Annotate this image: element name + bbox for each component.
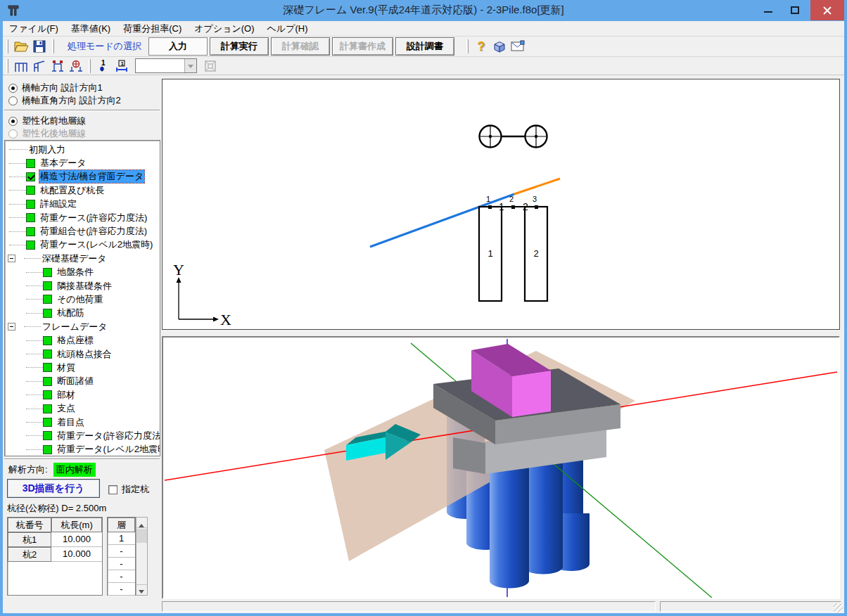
radio-label: 塑性化後地層線: [22, 127, 86, 140]
pile-table-header[interactable]: 杭番号: [8, 518, 51, 532]
radio-icon: [8, 84, 18, 93]
collapse-icon[interactable]: [8, 323, 15, 331]
radio-label: 塑性化前地層線: [22, 115, 86, 127]
tree-item[interactable]: 基本データ: [5, 156, 160, 169]
member-number: 2: [523, 201, 528, 212]
member-number-icon: 1: [114, 58, 129, 74]
help-button[interactable]: ?: [472, 38, 490, 55]
item-status-icon: [43, 268, 52, 277]
minimize-button[interactable]: [757, 0, 779, 20]
pile-center-dot: [535, 135, 537, 138]
pile-number: 1: [488, 248, 492, 259]
tree-item-selected[interactable]: 構造寸法/橋台背面データ: [5, 170, 160, 184]
report-mail-button[interactable]: [509, 38, 527, 55]
close-button[interactable]: [810, 0, 844, 20]
radio-layer-before[interactable]: 塑性化前地層線: [8, 115, 86, 127]
menu-file[interactable]: ファイル(F): [3, 21, 65, 37]
mode-calc-check-button: 計算確認: [271, 37, 330, 56]
layer-cell[interactable]: -: [108, 545, 135, 558]
maximize-button[interactable]: [784, 0, 806, 20]
tree-item[interactable]: 杭配置及び杭長: [5, 184, 160, 197]
tree-group[interactable]: 深礎基礎データ: [5, 252, 160, 265]
pile-table-header[interactable]: 杭長(m): [51, 518, 102, 532]
pile-node-view-button[interactable]: [49, 58, 67, 75]
menu-help[interactable]: ヘルプ(H): [261, 21, 314, 37]
tree-item[interactable]: 断面諸値: [5, 375, 160, 388]
item-status-icon: [26, 159, 35, 168]
tree-item[interactable]: 荷重データ(許容応力度法): [5, 429, 160, 442]
tree-item[interactable]: 材質: [5, 361, 160, 374]
collapse-icon[interactable]: [8, 255, 15, 262]
scroll-thumb[interactable]: [136, 529, 147, 543]
frame-side-view-button[interactable]: [30, 58, 49, 75]
toolbar-grip: [89, 59, 91, 73]
analysis-value-badge: 面内解析: [53, 463, 96, 477]
pile-center-dot: [489, 135, 492, 138]
load-view-button[interactable]: [67, 58, 85, 75]
node-number-toggle[interactable]: 1: [94, 58, 113, 75]
3d-cube-icon: [492, 39, 507, 54]
menubar: ファイル(F) 基準値(K) 荷重分担率(C) オプション(O) ヘルプ(H): [3, 21, 844, 37]
node-marker: [488, 205, 492, 209]
scale-combobox[interactable]: [135, 58, 197, 73]
plan-view-canvas[interactable]: 1 2 3 1 2 1 2 Y X: [163, 79, 839, 329]
tree-item[interactable]: 荷重ケース(許容応力度法): [5, 211, 160, 224]
tree-item[interactable]: 荷重ケース(レベル2地震時): [5, 238, 160, 252]
tree-item[interactable]: 地盤条件: [5, 266, 160, 279]
tree-item[interactable]: 杭頭格点接合: [5, 347, 160, 361]
save-button[interactable]: [30, 38, 49, 55]
layer-cell[interactable]: 1: [108, 532, 135, 545]
checkbox-icon: [108, 485, 117, 494]
node-marker: [535, 205, 538, 209]
layer-cell[interactable]: -: [108, 558, 135, 570]
item-status-icon: [43, 309, 52, 318]
table-row: 杭2 10.000: [8, 547, 102, 562]
tree-item[interactable]: 荷重組合せ(許容応力度法): [5, 224, 160, 238]
node-number: 3: [533, 195, 537, 203]
tree-item[interactable]: その他荷重: [5, 293, 160, 306]
layer-cell[interactable]: -: [108, 583, 135, 596]
layer-table-header[interactable]: 層: [108, 518, 135, 532]
close-icon: [822, 6, 832, 15]
mode-input-button[interactable]: 入力: [148, 37, 208, 56]
tree-item[interactable]: 支点: [5, 402, 160, 415]
axis-x-label: X: [220, 311, 231, 328]
frame-front-view-button[interactable]: [12, 58, 30, 75]
member-number-toggle[interactable]: 1: [113, 58, 131, 75]
tree-item[interactable]: 詳細設定: [5, 198, 160, 211]
menu-standards[interactable]: 基準値(K): [65, 21, 117, 37]
mode-design-doc-button[interactable]: 設計調書: [395, 37, 454, 56]
pile-length-cell[interactable]: 10.000: [51, 547, 102, 562]
tree-item[interactable]: 初期入力: [5, 143, 160, 156]
item-status-icon: [43, 336, 52, 345]
chevron-down-icon[interactable]: [184, 59, 196, 72]
draw-3d-button[interactable]: 3D描画を行う: [7, 479, 100, 498]
scroll-up-icon[interactable]: [136, 518, 147, 528]
model-3d-canvas[interactable]: [163, 338, 839, 598]
tree-group[interactable]: フレームデータ: [5, 320, 160, 333]
menu-options[interactable]: オプション(O): [188, 21, 260, 37]
tree-item[interactable]: 着目点: [5, 416, 160, 429]
tree-item[interactable]: 隣接基礎条件: [5, 279, 160, 293]
tree-item[interactable]: 杭配筋: [5, 307, 160, 320]
resize-grip[interactable]: [834, 603, 843, 612]
designated-pile-checkbox[interactable]: 指定杭: [108, 483, 149, 496]
3d-view-button[interactable]: [490, 38, 509, 55]
tree-item[interactable]: 部材: [5, 388, 160, 402]
section-frame-button: [201, 58, 219, 75]
mode-calc-run-button[interactable]: 計算実行: [210, 37, 269, 56]
layer-cell[interactable]: -: [108, 570, 135, 583]
scroll-down-icon[interactable]: [136, 584, 147, 595]
radio-design-direction-2[interactable]: 橋軸直角方向 設計方向2: [8, 95, 121, 106]
tree-item[interactable]: 荷重データ(レベル2地震時): [5, 443, 160, 456]
pile-row-label[interactable]: 杭1: [8, 532, 51, 547]
radio-design-direction-1[interactable]: 橋軸方向 設計方向1: [8, 82, 103, 94]
open-file-button[interactable]: [12, 38, 30, 55]
pile-row-label[interactable]: 杭2: [8, 547, 51, 562]
layer-scrollbar[interactable]: [136, 517, 148, 596]
pile-number: 2: [533, 248, 538, 259]
pile-length-cell[interactable]: 10.000: [51, 532, 102, 547]
menu-load-share[interactable]: 荷重分担率(C): [117, 21, 188, 37]
item-status-icon: [43, 349, 52, 359]
tree-item[interactable]: 格点座標: [5, 333, 160, 347]
